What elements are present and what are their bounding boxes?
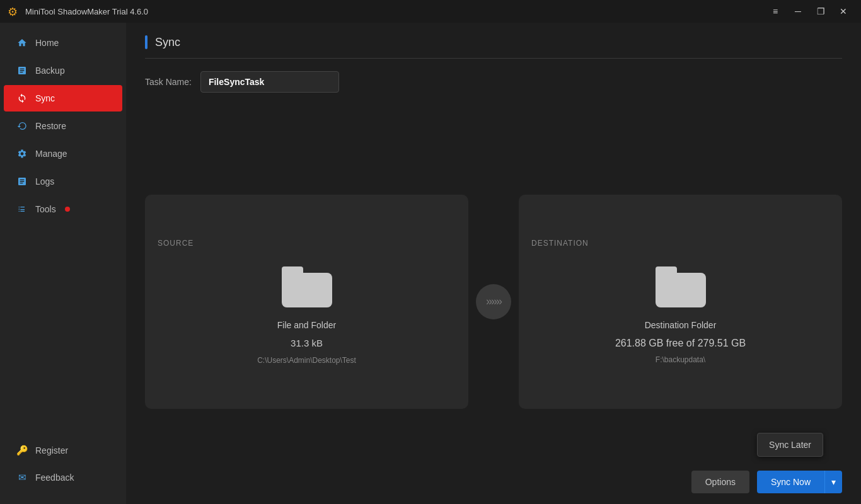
sidebar-item-home[interactable]: Home bbox=[4, 30, 122, 56]
main-content: Sync Task Name: SOURCE File and Folder 3… bbox=[126, 23, 861, 504]
tools-label: Tools bbox=[35, 204, 56, 214]
backup-label: Backup bbox=[35, 66, 65, 76]
bottom-bar: Options Sync Now ▾ Sync Later bbox=[126, 460, 861, 504]
register-icon: 🔑 bbox=[16, 445, 28, 456]
minimize-button[interactable]: ─ bbox=[788, 3, 808, 20]
sync-now-button[interactable]: Sync Now bbox=[757, 471, 824, 493]
close-button[interactable]: ✕ bbox=[833, 3, 853, 20]
task-name-input[interactable] bbox=[200, 71, 339, 93]
restore-label: Restore bbox=[35, 121, 66, 131]
logs-label: Logs bbox=[35, 176, 54, 186]
sync-panels: SOURCE File and Folder 31.3 kB C:\Users\… bbox=[145, 112, 842, 491]
app-title: MiniTool ShadowMaker Trial 4.6.0 bbox=[25, 7, 765, 16]
source-path: C:\Users\Admin\Desktop\Test bbox=[257, 356, 356, 365]
home-icon bbox=[16, 37, 28, 49]
register-label: Register bbox=[35, 445, 68, 455]
window-controls: ≡ ─ ❐ ✕ bbox=[765, 3, 853, 20]
source-panel[interactable]: SOURCE File and Folder 31.3 kB C:\Users\… bbox=[145, 195, 468, 409]
tools-icon bbox=[16, 203, 28, 215]
manage-icon bbox=[16, 148, 28, 159]
sync-later-popup[interactable]: Sync Later bbox=[757, 433, 823, 457]
page-title: Sync bbox=[155, 36, 180, 49]
arrow-circle: »»» bbox=[476, 284, 511, 319]
sidebar-item-register[interactable]: 🔑 Register bbox=[4, 437, 122, 464]
sidebar-item-sync[interactable]: Sync bbox=[4, 85, 122, 112]
sidebar-item-backup[interactable]: Backup bbox=[4, 57, 122, 84]
logs-icon bbox=[16, 176, 28, 187]
options-button[interactable]: Options bbox=[691, 471, 749, 493]
sidebar-item-tools[interactable]: Tools bbox=[4, 196, 122, 222]
sidebar: Home Backup Sync Restore Manage bbox=[0, 23, 126, 504]
destination-free-space: 261.88 GB free of 279.51 GB bbox=[615, 338, 746, 349]
destination-panel[interactable]: DESTINATION Destination Folder 261.88 GB… bbox=[519, 195, 842, 409]
source-panel-header: SOURCE bbox=[158, 239, 194, 248]
source-type: File and Folder bbox=[277, 320, 336, 330]
sync-arrow: »»» bbox=[468, 284, 519, 319]
sync-label: Sync bbox=[35, 93, 55, 103]
sync-now-group: Sync Now ▾ Sync Later bbox=[757, 471, 842, 493]
manage-label: Manage bbox=[35, 149, 67, 159]
sidebar-item-restore[interactable]: Restore bbox=[4, 113, 122, 139]
header-accent bbox=[145, 35, 147, 49]
sync-now-dropdown-button[interactable]: ▾ bbox=[824, 471, 842, 493]
app-logo-icon: ⚙ bbox=[8, 5, 20, 18]
source-size: 31.3 kB bbox=[291, 338, 323, 348]
home-label: Home bbox=[35, 38, 59, 48]
destination-folder-icon bbox=[656, 266, 706, 307]
backup-icon bbox=[16, 65, 28, 76]
task-name-label: Task Name: bbox=[145, 77, 192, 87]
sidebar-item-manage[interactable]: Manage bbox=[4, 140, 122, 167]
page-header: Sync bbox=[145, 35, 842, 59]
sync-icon bbox=[16, 93, 28, 104]
destination-panel-header: DESTINATION bbox=[531, 239, 589, 248]
titlebar: ⚙ MiniTool ShadowMaker Trial 4.6.0 ≡ ─ ❐… bbox=[0, 0, 861, 23]
feedback-icon: ✉ bbox=[16, 472, 28, 483]
destination-type: Destination Folder bbox=[645, 320, 717, 330]
restore-icon bbox=[16, 120, 28, 132]
menu-button[interactable]: ≡ bbox=[765, 3, 785, 20]
sidebar-bottom: 🔑 Register ✉ Feedback bbox=[0, 437, 126, 504]
sidebar-item-feedback[interactable]: ✉ Feedback bbox=[4, 464, 122, 491]
destination-path: F:\backupdata\ bbox=[656, 355, 705, 364]
app-body: Home Backup Sync Restore Manage bbox=[0, 23, 861, 504]
sidebar-item-logs[interactable]: Logs bbox=[4, 168, 122, 195]
tools-notification-dot bbox=[65, 207, 70, 212]
feedback-label: Feedback bbox=[35, 472, 74, 483]
source-folder-icon bbox=[282, 266, 332, 307]
task-name-row: Task Name: bbox=[145, 71, 842, 93]
restore-button[interactable]: ❐ bbox=[811, 3, 831, 20]
